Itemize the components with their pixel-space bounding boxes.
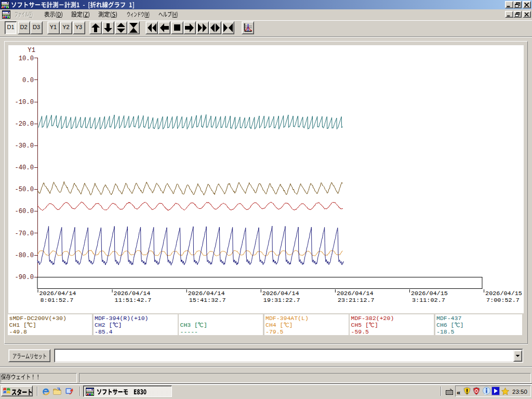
svg-text:-20.0: -20.0 — [15, 121, 34, 128]
svg-text:2026/04/15: 2026/04/15 — [485, 290, 522, 297]
svg-text:7:00:52.7: 7:00:52.7 — [486, 297, 520, 304]
svg-text:19:31:22.7: 19:31:22.7 — [263, 297, 300, 304]
svg-text:-40.0: -40.0 — [15, 164, 34, 171]
svg-text:2026/04/14: 2026/04/14 — [262, 290, 299, 297]
svg-text:-30.0: -30.0 — [15, 142, 34, 150]
svg-text:2026/04/14: 2026/04/14 — [188, 290, 225, 297]
svg-text:-90.0: -90.0 — [15, 274, 34, 281]
svg-text:-80.0: -80.0 — [15, 252, 34, 259]
svg-text:Y1: Y1 — [28, 47, 35, 54]
svg-text:8:01:52.7: 8:01:52.7 — [41, 297, 74, 304]
svg-text:23:21:12.7: 23:21:12.7 — [338, 297, 375, 304]
svg-text:15:41:32.7: 15:41:32.7 — [189, 297, 226, 304]
svg-text:-60.0: -60.0 — [15, 208, 34, 215]
svg-text:2026/04/14: 2026/04/14 — [39, 290, 76, 297]
svg-text:10.0: 10.0 — [19, 55, 34, 62]
svg-text:-50.0: -50.0 — [15, 186, 34, 193]
svg-text:3:11:02.7: 3:11:02.7 — [412, 297, 445, 304]
svg-text:2026/04/15: 2026/04/15 — [411, 290, 448, 297]
svg-text:2026/04/14: 2026/04/14 — [337, 290, 374, 297]
svg-text:-10.0: -10.0 — [15, 99, 34, 106]
svg-text:2026/04/14: 2026/04/14 — [114, 290, 151, 297]
svg-text:0.0: 0.0 — [22, 77, 34, 84]
svg-text:11:51:42.7: 11:51:42.7 — [115, 297, 152, 304]
svg-text:-70.0: -70.0 — [15, 230, 34, 237]
